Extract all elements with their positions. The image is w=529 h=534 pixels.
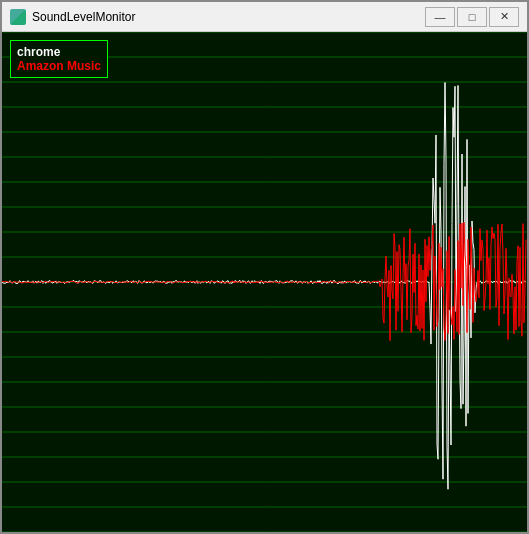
legend-chrome-label: chrome [17,45,101,59]
window-controls: — □ ✕ [425,7,519,27]
minimize-button[interactable]: — [425,7,455,27]
title-bar: SoundLevelMonitor — □ ✕ [2,2,527,32]
main-window: SoundLevelMonitor — □ ✕ chrome Amazon Mu… [0,0,529,534]
window-title: SoundLevelMonitor [32,10,425,24]
legend-box: chrome Amazon Music [10,40,108,78]
monitor-area: chrome Amazon Music [2,32,527,532]
app-icon [10,9,26,25]
waveform-canvas [2,32,527,532]
close-button[interactable]: ✕ [489,7,519,27]
maximize-button[interactable]: □ [457,7,487,27]
legend-amazon-label: Amazon Music [17,59,101,73]
